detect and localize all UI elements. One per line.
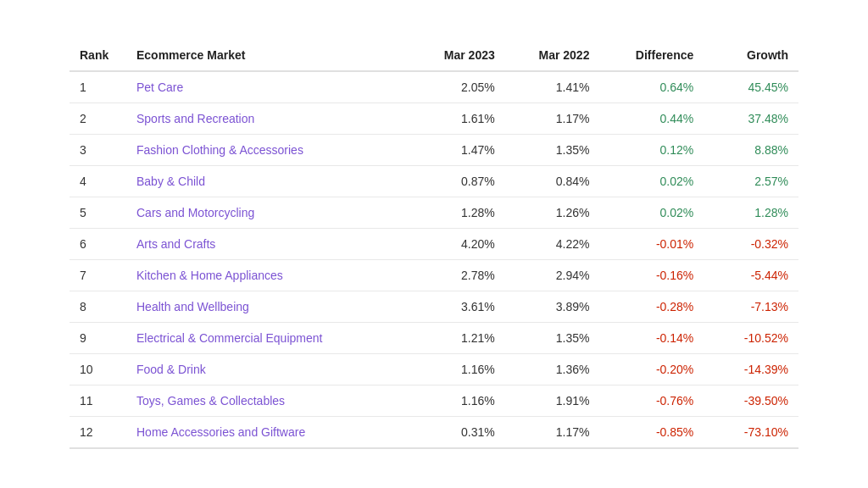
cell-difference: -0.28% (599, 291, 704, 322)
cell-difference: -0.01% (599, 228, 704, 259)
cell-difference: 0.02% (599, 165, 704, 197)
cell-rank: 9 (70, 322, 126, 353)
cell-difference: -0.20% (599, 353, 704, 385)
cell-mar2022: 1.36% (505, 353, 600, 385)
ecommerce-table: Rank Ecommerce Market Mar 2023 Mar 2022 … (70, 40, 798, 449)
cell-difference: 0.44% (599, 103, 704, 134)
cell-growth: 45.45% (704, 71, 798, 103)
cell-rank: 11 (70, 385, 126, 416)
cell-growth: -5.44% (704, 259, 798, 291)
cell-growth: -10.52% (704, 322, 798, 353)
cell-mar2023: 4.20% (410, 228, 505, 259)
table-row: 9 Electrical & Commercial Equipment 1.21… (70, 322, 798, 353)
table-header-row: Rank Ecommerce Market Mar 2023 Mar 2022 … (70, 40, 798, 71)
cell-mar2022: 0.84% (505, 165, 600, 197)
cell-mar2023: 1.16% (410, 353, 505, 385)
cell-mar2023: 1.61% (410, 103, 505, 134)
cell-mar2023: 1.47% (410, 134, 505, 165)
cell-market: Health and Wellbeing (126, 291, 410, 322)
cell-growth: -0.32% (704, 228, 798, 259)
cell-mar2023: 2.78% (410, 259, 505, 291)
table-row: 11 Toys, Games & Collectables 1.16% 1.91… (70, 385, 798, 416)
table-row: 12 Home Accessories and Giftware 0.31% 1… (70, 416, 798, 448)
table-row: 5 Cars and Motorcycling 1.28% 1.26% 0.02… (70, 197, 798, 228)
cell-mar2023: 0.31% (410, 416, 505, 448)
cell-mar2022: 3.89% (505, 291, 600, 322)
cell-rank: 8 (70, 291, 126, 322)
cell-market: Fashion Clothing & Accessories (126, 134, 410, 165)
cell-difference: -0.76% (599, 385, 704, 416)
cell-market: Sports and Recreation (126, 103, 410, 134)
cell-mar2022: 1.91% (505, 385, 600, 416)
cell-market: Baby & Child (126, 165, 410, 197)
table-row: 7 Kitchen & Home Appliances 2.78% 2.94% … (70, 259, 798, 291)
cell-mar2022: 4.22% (505, 228, 600, 259)
cell-difference: -0.14% (599, 322, 704, 353)
cell-mar2022: 1.35% (505, 134, 600, 165)
cell-difference: 0.64% (599, 71, 704, 103)
table-row: 4 Baby & Child 0.87% 0.84% 0.02% 2.57% (70, 165, 798, 197)
table-row: 1 Pet Care 2.05% 1.41% 0.64% 45.45% (70, 71, 798, 103)
cell-rank: 3 (70, 134, 126, 165)
cell-mar2023: 2.05% (410, 71, 505, 103)
cell-growth: -7.13% (704, 291, 798, 322)
cell-growth: -39.50% (704, 385, 798, 416)
header-rank: Rank (70, 40, 126, 71)
cell-mar2022: 1.17% (505, 103, 600, 134)
cell-rank: 5 (70, 197, 126, 228)
cell-growth: 37.48% (704, 103, 798, 134)
cell-mar2022: 1.35% (505, 322, 600, 353)
cell-market: Cars and Motorcycling (126, 197, 410, 228)
cell-difference: -0.85% (599, 416, 704, 448)
cell-mar2022: 1.41% (505, 71, 600, 103)
cell-rank: 4 (70, 165, 126, 197)
cell-growth: 2.57% (704, 165, 798, 197)
cell-difference: -0.16% (599, 259, 704, 291)
cell-mar2023: 1.21% (410, 322, 505, 353)
table-row: 8 Health and Wellbeing 3.61% 3.89% -0.28… (70, 291, 798, 322)
table-row: 3 Fashion Clothing & Accessories 1.47% 1… (70, 134, 798, 165)
cell-market: Food & Drink (126, 353, 410, 385)
cell-market: Electrical & Commercial Equipment (126, 322, 410, 353)
header-difference: Difference (599, 40, 704, 71)
cell-rank: 7 (70, 259, 126, 291)
cell-mar2023: 0.87% (410, 165, 505, 197)
cell-growth: 8.88% (704, 134, 798, 165)
cell-difference: 0.02% (599, 197, 704, 228)
cell-mar2022: 1.17% (505, 416, 600, 448)
cell-rank: 10 (70, 353, 126, 385)
cell-market: Pet Care (126, 71, 410, 103)
cell-rank: 12 (70, 416, 126, 448)
cell-market: Home Accessories and Giftware (126, 416, 410, 448)
cell-mar2023: 1.16% (410, 385, 505, 416)
table-row: 6 Arts and Crafts 4.20% 4.22% -0.01% -0.… (70, 228, 798, 259)
ecommerce-table-container: Rank Ecommerce Market Mar 2023 Mar 2022 … (70, 40, 798, 449)
header-mar2023: Mar 2023 (410, 40, 505, 71)
cell-mar2023: 1.28% (410, 197, 505, 228)
cell-difference: 0.12% (599, 134, 704, 165)
header-growth: Growth (704, 40, 798, 71)
cell-rank: 2 (70, 103, 126, 134)
cell-mar2022: 1.26% (505, 197, 600, 228)
cell-growth: 1.28% (704, 197, 798, 228)
header-mar2022: Mar 2022 (505, 40, 600, 71)
cell-market: Arts and Crafts (126, 228, 410, 259)
cell-mar2022: 2.94% (505, 259, 600, 291)
cell-rank: 1 (70, 71, 126, 103)
cell-growth: -73.10% (704, 416, 798, 448)
cell-rank: 6 (70, 228, 126, 259)
table-row: 2 Sports and Recreation 1.61% 1.17% 0.44… (70, 103, 798, 134)
cell-market: Kitchen & Home Appliances (126, 259, 410, 291)
cell-mar2023: 3.61% (410, 291, 505, 322)
table-row: 10 Food & Drink 1.16% 1.36% -0.20% -14.3… (70, 353, 798, 385)
cell-growth: -14.39% (704, 353, 798, 385)
header-market: Ecommerce Market (126, 40, 410, 71)
cell-market: Toys, Games & Collectables (126, 385, 410, 416)
